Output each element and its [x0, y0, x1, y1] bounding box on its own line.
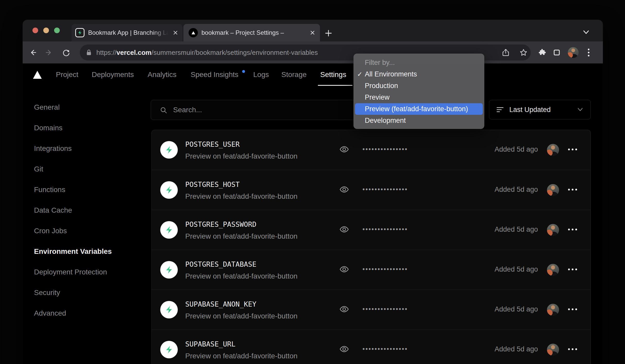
- sidebar-item-git[interactable]: Git: [34, 159, 112, 179]
- filter-option-development[interactable]: Development: [355, 115, 483, 126]
- reveal-value-button[interactable]: [339, 264, 349, 274]
- creator-avatar: [547, 344, 559, 356]
- tab-strip: Bookmark App | Branching Lab bookmark – …: [23, 20, 603, 41]
- env-var-name: SUPABASE_URL: [185, 340, 235, 348]
- sidebar-item-security[interactable]: Security: [34, 282, 112, 303]
- minimize-window-button[interactable]: [43, 28, 49, 33]
- bookmark-star-button[interactable]: [519, 48, 528, 57]
- env-var-target: Preview on feat/add-favorite-button: [185, 352, 298, 360]
- tab-search-chevron-button[interactable]: [582, 30, 590, 35]
- row-menu-button[interactable]: [568, 149, 577, 150]
- env-var-name: POSTGRES_HOST: [185, 180, 240, 188]
- row-menu-button[interactable]: [568, 229, 577, 230]
- filter-option-preview-branch[interactable]: Preview (feat/add-favorite-button): [355, 103, 483, 115]
- supabase-icon: [160, 181, 178, 199]
- filter-option-label: Development: [365, 117, 406, 125]
- browser-menu-button[interactable]: [587, 48, 590, 57]
- creator-avatar: [547, 144, 559, 156]
- url-path: /summersmuir/bookmark/settings/environme…: [151, 49, 318, 56]
- env-var-name: POSTGRES_USER: [185, 140, 240, 148]
- env-row: SUPABASE_ANON_KEY Preview on feat/add-fa…: [152, 290, 590, 330]
- reveal-value-button[interactable]: [339, 344, 349, 354]
- tab-bookmark-app[interactable]: Bookmark App | Branching Lab: [72, 24, 182, 41]
- env-row: POSTGRES_DATABASE Preview on feat/add-fa…: [152, 250, 590, 290]
- reveal-value-button[interactable]: [339, 224, 349, 234]
- row-menu-button[interactable]: [568, 268, 577, 270]
- nav-item-analytics[interactable]: Analytics: [148, 64, 176, 86]
- added-time: Added 5d ago: [495, 345, 538, 353]
- settings-sidebar: General Domains Integrations Git Functio…: [34, 97, 112, 324]
- nav-item-deployments[interactable]: Deployments: [92, 64, 134, 86]
- added-time: Added 5d ago: [495, 226, 538, 233]
- forward-button[interactable]: [45, 48, 53, 57]
- sidebar-item-advanced[interactable]: Advanced: [34, 303, 112, 324]
- back-button[interactable]: [29, 48, 37, 57]
- nav-item-settings[interactable]: Settings: [320, 64, 346, 86]
- url-scheme: https://: [96, 49, 116, 56]
- sort-lines-icon: [496, 106, 504, 114]
- row-menu-button[interactable]: [568, 348, 577, 350]
- creator-avatar: [547, 184, 559, 196]
- masked-value: •••••••••••••••: [362, 145, 408, 153]
- filter-option-label: Preview: [365, 93, 390, 101]
- sidebar-item-cron-jobs[interactable]: Cron Jobs: [34, 221, 112, 241]
- added-time: Added 5d ago: [495, 305, 538, 313]
- tab-project-settings-active[interactable]: bookmark – Project Settings –: [183, 24, 320, 41]
- sidebar-item-general[interactable]: General: [34, 97, 112, 118]
- filter-option-production[interactable]: Production: [355, 80, 483, 92]
- added-time: Added 5d ago: [495, 145, 538, 153]
- filter-option-all-environments[interactable]: ✓ All Environments: [355, 68, 483, 80]
- nav-item-logs[interactable]: Logs: [253, 64, 269, 86]
- browser-window: Bookmark App | Branching Lab bookmark – …: [23, 20, 603, 364]
- env-var-target: Preview on feat/add-favorite-button: [185, 272, 298, 280]
- vercel-favicon-icon: [189, 28, 198, 37]
- browser-toolbar: https://vercel.com/summersmuir/bookmark/…: [23, 41, 603, 64]
- sidebar-item-integrations[interactable]: Integrations: [34, 138, 112, 159]
- nav-item-project[interactable]: Project: [56, 64, 78, 86]
- filter-option-label: Production: [365, 82, 398, 90]
- lock-icon: [86, 49, 92, 56]
- env-row: POSTGRES_PASSWORD Preview on feat/add-fa…: [152, 210, 590, 250]
- sidebar-item-domains[interactable]: Domains: [34, 118, 112, 138]
- reveal-value-button[interactable]: [339, 144, 349, 154]
- vercel-logo-icon[interactable]: [33, 71, 42, 79]
- env-var-target: Preview on feat/add-favorite-button: [185, 192, 298, 201]
- tab-close-button[interactable]: [310, 30, 315, 36]
- tab-close-button[interactable]: [173, 30, 178, 36]
- environment-filter-menu: Filter by... ✓ All Environments Producti…: [353, 54, 484, 129]
- reveal-value-button[interactable]: [339, 185, 349, 194]
- share-button[interactable]: [502, 48, 510, 57]
- search-icon: [160, 106, 167, 114]
- filter-option-preview[interactable]: Preview: [355, 92, 483, 103]
- nav-item-speed-insights[interactable]: Speed Insights: [191, 64, 238, 86]
- new-tab-button[interactable]: [325, 29, 332, 37]
- bolt-favicon-icon: [75, 28, 85, 37]
- env-row: POSTGRES_HOST Preview on feat/add-favori…: [152, 170, 590, 210]
- browser-profile-avatar[interactable]: [568, 47, 579, 58]
- env-var-name: POSTGRES_DATABASE: [185, 260, 256, 268]
- extensions-button[interactable]: [538, 48, 546, 57]
- sidebar-item-environment-variables[interactable]: Environment Variables: [34, 241, 112, 262]
- sidebar-item-data-cache[interactable]: Data Cache: [34, 200, 112, 221]
- url-domain: vercel.com: [116, 49, 151, 56]
- reload-button[interactable]: [62, 48, 71, 57]
- nav-item-storage[interactable]: Storage: [281, 64, 307, 86]
- masked-value: •••••••••••••••: [362, 345, 408, 353]
- sidebar-item-deployment-protection[interactable]: Deployment Protection: [34, 262, 112, 282]
- env-variables-table: POSTGRES_USER Preview on feat/add-favori…: [151, 130, 591, 364]
- row-menu-button[interactable]: [568, 189, 577, 190]
- fullscreen-window-button[interactable]: [54, 28, 60, 33]
- filter-menu-title: Filter by...: [353, 57, 484, 68]
- side-panel-button[interactable]: [553, 48, 561, 57]
- sort-select[interactable]: Last Updated: [489, 100, 591, 119]
- row-menu-button[interactable]: [568, 308, 577, 310]
- close-window-button[interactable]: [32, 28, 38, 33]
- sidebar-item-functions[interactable]: Functions: [34, 179, 112, 200]
- reveal-value-button[interactable]: [339, 304, 349, 314]
- supabase-icon: [160, 301, 178, 318]
- creator-avatar: [547, 304, 559, 316]
- creator-avatar: [547, 224, 559, 236]
- supabase-icon: [160, 261, 178, 279]
- supabase-icon: [160, 341, 178, 358]
- filter-option-label: Preview (feat/add-favorite-button): [365, 105, 468, 113]
